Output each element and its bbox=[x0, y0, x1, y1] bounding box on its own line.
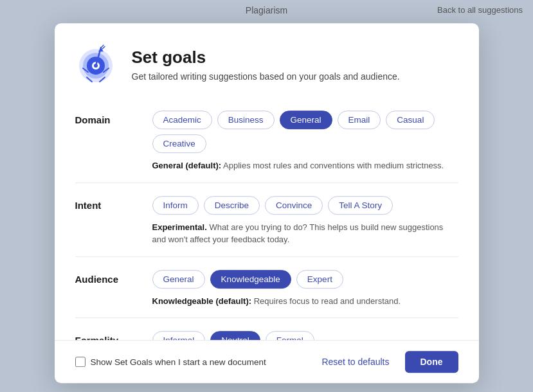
domain-label: Domain bbox=[75, 111, 152, 125]
formality-section: Formality Informal Neutral Formal bbox=[75, 318, 458, 340]
domain-general-btn[interactable]: General bbox=[280, 111, 332, 129]
audience-general-btn[interactable]: General bbox=[152, 270, 205, 289]
domain-content: Academic Business General Email Casual C… bbox=[152, 111, 458, 172]
domain-email-btn[interactable]: Email bbox=[338, 111, 381, 129]
audience-label: Audience bbox=[75, 270, 152, 285]
domain-section: Domain Academic Business General Email C… bbox=[75, 98, 458, 183]
formality-content: Informal Neutral Formal bbox=[152, 331, 458, 340]
intent-convince-btn[interactable]: Convince bbox=[265, 196, 323, 215]
domain-creative-btn[interactable]: Creative bbox=[152, 134, 206, 153]
intent-section: Intent Inform Describe Convince Tell A S… bbox=[75, 183, 458, 257]
background-top-link[interactable]: Back to all suggestions bbox=[437, 5, 523, 15]
done-button[interactable]: Done bbox=[405, 351, 458, 373]
formality-neutral-btn[interactable]: Neutral bbox=[210, 331, 260, 340]
domain-btn-group: Academic Business General Email Casual C… bbox=[152, 111, 458, 153]
modal-footer: Show Set Goals when I start a new docume… bbox=[55, 340, 479, 383]
show-set-goals-checkbox[interactable] bbox=[75, 357, 86, 367]
modal-header-text: Set goals Get tailored writing suggestio… bbox=[132, 48, 400, 82]
audience-knowledgeable-btn[interactable]: Knowledgeable bbox=[210, 270, 291, 289]
modal-body: Domain Academic Business General Email C… bbox=[55, 98, 479, 340]
modal-title: Set goals bbox=[132, 48, 400, 67]
domain-business-btn[interactable]: Business bbox=[217, 111, 275, 129]
domain-casual-btn[interactable]: Casual bbox=[386, 111, 435, 129]
background-top-text: Plagiarism bbox=[246, 5, 287, 15]
grammarly-logo-icon bbox=[73, 41, 119, 87]
formality-formal-btn[interactable]: Formal bbox=[266, 331, 314, 340]
audience-description: Knowledgeable (default): Requires focus … bbox=[152, 295, 458, 308]
intent-description: Experimental. What are you trying to do?… bbox=[152, 221, 458, 246]
audience-section: Audience General Knowledgeable Expert Kn… bbox=[75, 257, 458, 319]
set-goals-modal: Set goals Get tailored writing suggestio… bbox=[55, 23, 479, 383]
intent-btn-group: Inform Describe Convince Tell A Story bbox=[152, 196, 458, 215]
modal-subtitle: Get tailored writing suggestions based o… bbox=[132, 71, 400, 82]
formality-btn-group: Informal Neutral Formal bbox=[152, 331, 458, 340]
intent-content: Inform Describe Convince Tell A Story Ex… bbox=[152, 196, 458, 246]
checkbox-label-text: Show Set Goals when I start a new docume… bbox=[91, 357, 266, 367]
formality-informal-btn[interactable]: Informal bbox=[152, 331, 206, 340]
intent-inform-btn[interactable]: Inform bbox=[152, 196, 199, 215]
intent-label: Intent bbox=[75, 196, 152, 211]
formality-label: Formality bbox=[75, 331, 152, 340]
svg-line-7 bbox=[101, 45, 104, 48]
audience-expert-btn[interactable]: Expert bbox=[296, 270, 343, 289]
intent-tell-a-story-btn[interactable]: Tell A Story bbox=[328, 196, 393, 215]
audience-content: General Knowledgeable Expert Knowledgeab… bbox=[152, 270, 458, 308]
intent-describe-btn[interactable]: Describe bbox=[204, 196, 260, 215]
audience-btn-group: General Knowledgeable Expert bbox=[152, 270, 458, 289]
modal-header: Set goals Get tailored writing suggestio… bbox=[55, 23, 479, 98]
logo-container bbox=[73, 41, 119, 87]
domain-academic-btn[interactable]: Academic bbox=[152, 111, 212, 129]
show-set-goals-checkbox-label[interactable]: Show Set Goals when I start a new docume… bbox=[75, 357, 307, 367]
domain-description: General (default): Applies most rules an… bbox=[152, 159, 458, 172]
svg-line-8 bbox=[102, 46, 105, 49]
reset-to-defaults-button[interactable]: Reset to defaults bbox=[314, 352, 397, 372]
